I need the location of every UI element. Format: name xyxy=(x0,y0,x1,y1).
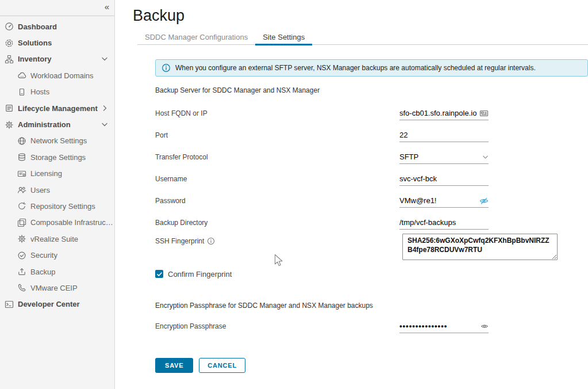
sidebar-item-label: Security xyxy=(30,251,57,260)
dashboard-icon xyxy=(5,22,14,31)
encryption-passphrase-field xyxy=(399,319,489,333)
encryption-passphrase-label: Encryption Passphrase xyxy=(155,322,399,330)
solutions-icon xyxy=(5,39,14,48)
backup-directory-row: Backup Directory xyxy=(155,212,588,234)
host-icon xyxy=(17,87,26,97)
sidebar-item-licensing[interactable]: Licensing xyxy=(0,166,114,182)
phone-icon xyxy=(17,283,26,292)
sidebar-item-label: Solutions xyxy=(18,39,52,47)
page-title: Backup xyxy=(133,7,185,25)
sidebar-item-lifecycle-management[interactable]: Lifecycle Management xyxy=(0,100,114,116)
sidebar-item-label: Composable Infrastructu... xyxy=(30,218,114,227)
shield-check-icon xyxy=(17,251,26,260)
host-label: Host FQDN or IP xyxy=(155,109,399,117)
port-row: Port xyxy=(155,124,588,146)
port-input[interactable] xyxy=(399,131,489,139)
sidebar-item-storage-settings[interactable]: Storage Settings xyxy=(0,149,114,165)
username-label: Username xyxy=(155,175,399,183)
sidebar-item-security[interactable]: Security xyxy=(0,247,114,263)
backup-server-section-title: Backup Server for SDDC Manager and NSX M… xyxy=(155,86,588,94)
sidebar-item-network-settings[interactable]: Network Settings xyxy=(0,133,114,149)
sidebar-item-label: Developer Center xyxy=(18,300,80,308)
form-actions: SAVE CANCEL xyxy=(155,358,588,373)
confirm-fingerprint-row: Confirm Fingerprint xyxy=(155,268,588,280)
ssh-fingerprint-row: SSH Fingerprint SHA256:6wGXoXpCwfq2KFXhB… xyxy=(155,234,588,267)
sidebar-item-backup[interactable]: Backup xyxy=(0,264,114,280)
encryption-passphrase-row: Encryption Passphrase xyxy=(155,316,588,336)
username-row: Username xyxy=(155,168,588,190)
port-label: Port xyxy=(155,131,399,139)
sidebar-item-label: Repository Settings xyxy=(30,202,95,211)
username-field xyxy=(399,172,489,186)
sidebar-item-users[interactable]: Users xyxy=(0,182,114,198)
sidebar-item-composable-infrastructure[interactable]: Composable Infrastructu... xyxy=(0,215,114,231)
sidebar-item-label: Storage Settings xyxy=(30,153,86,162)
password-row: Password xyxy=(155,190,588,212)
eye-icon[interactable] xyxy=(481,322,489,330)
backup-icon xyxy=(17,267,26,276)
sidebar-header: « xyxy=(0,0,114,16)
sidebar-item-vrealize-suite[interactable]: vRealize Suite xyxy=(0,231,114,247)
tab-sddc-manager-configurations[interactable]: SDDC Manager Configurations xyxy=(137,32,255,44)
sidebar-item-administration[interactable]: Administration xyxy=(0,116,114,132)
protocol-select[interactable]: SFTP xyxy=(399,150,489,164)
sidebar-item-vmware-ceip[interactable]: VMware CEIP xyxy=(0,280,114,296)
tab-bar: SDDC Manager Configurations Site Setting… xyxy=(137,32,588,45)
username-input[interactable] xyxy=(399,174,489,183)
sidebar-item-hosts[interactable]: Hosts xyxy=(0,84,114,100)
gear-icon xyxy=(5,120,14,129)
sidebar-item-label: VMware CEIP xyxy=(30,284,78,292)
ssh-fingerprint-textarea[interactable]: SHA256:6wGXoXpCwfq2KFXhBpBbvNIRZZB4fpe78… xyxy=(402,234,558,260)
sidebar-item-label: Backup xyxy=(30,268,55,276)
sync-icon xyxy=(17,201,26,211)
sidebar-item-developer-center[interactable]: Developer Center xyxy=(0,296,114,312)
sidebar-collapse-button[interactable]: « xyxy=(105,2,109,12)
confirm-fingerprint-label: Confirm Fingerprint xyxy=(168,270,232,279)
confirm-fingerprint-checkbox[interactable] xyxy=(155,270,163,278)
sidebar-item-solutions[interactable]: Solutions xyxy=(0,35,114,51)
tab-site-settings[interactable]: Site Settings xyxy=(255,32,312,45)
chevron-down-icon xyxy=(482,155,489,159)
ssh-fingerprint-label: SSH Fingerprint xyxy=(155,234,399,245)
sidebar-item-label: Hosts xyxy=(30,87,49,96)
sidebar-nav: Dashboard Solutions Inventory Workload D… xyxy=(0,16,114,312)
site-settings-panel: When you configure an external SFTP serv… xyxy=(155,59,588,373)
sidebar-item-label: Lifecycle Management xyxy=(18,104,98,113)
lifecycle-icon xyxy=(5,104,14,113)
sidebar-item-dashboard[interactable]: Dashboard xyxy=(0,18,114,35)
host-input[interactable] xyxy=(399,109,477,117)
backup-directory-input[interactable] xyxy=(399,218,489,227)
terminal-icon xyxy=(5,300,14,309)
inventory-icon xyxy=(5,55,14,64)
chevron-down-icon xyxy=(102,56,107,62)
users-icon xyxy=(17,185,26,194)
cloud-icon xyxy=(17,71,26,80)
sidebar-item-label: vRealize Suite xyxy=(30,235,78,243)
save-button[interactable]: SAVE xyxy=(155,358,193,373)
password-label: Password xyxy=(155,197,399,205)
protocol-row: Transfer Protocol SFTP xyxy=(155,146,588,168)
sidebar-item-inventory[interactable]: Inventory xyxy=(0,51,114,67)
info-icon xyxy=(162,63,171,73)
sidebar-item-label: Administration xyxy=(18,120,71,129)
eye-hide-icon[interactable] xyxy=(479,196,489,205)
sidebar-item-label: Users xyxy=(30,186,50,194)
chevron-down-icon xyxy=(102,122,107,127)
sidebar-item-label: Dashboard xyxy=(18,22,57,31)
sidebar-item-label: Network Settings xyxy=(30,136,87,145)
port-field xyxy=(399,128,489,142)
password-input[interactable] xyxy=(399,196,477,205)
protocol-label: Transfer Protocol xyxy=(155,153,399,161)
sidebar-item-label: Inventory xyxy=(18,55,52,63)
encryption-section-title: Encryption Passphrase for SDDC Manager a… xyxy=(155,302,588,310)
license-icon xyxy=(17,169,26,178)
sidebar-item-workload-domains[interactable]: Workload Domains xyxy=(0,67,114,83)
info-banner: When you configure an external SFTP serv… xyxy=(155,59,588,77)
composable-icon xyxy=(17,218,26,227)
sidebar-item-repository-settings[interactable]: Repository Settings xyxy=(0,198,114,214)
info-tooltip-icon[interactable] xyxy=(207,237,215,245)
cancel-button[interactable]: CANCEL xyxy=(199,358,245,373)
info-banner-text: When you configure an external SFTP serv… xyxy=(175,64,536,72)
gear-icon xyxy=(17,234,26,243)
encryption-passphrase-input[interactable] xyxy=(399,322,478,330)
